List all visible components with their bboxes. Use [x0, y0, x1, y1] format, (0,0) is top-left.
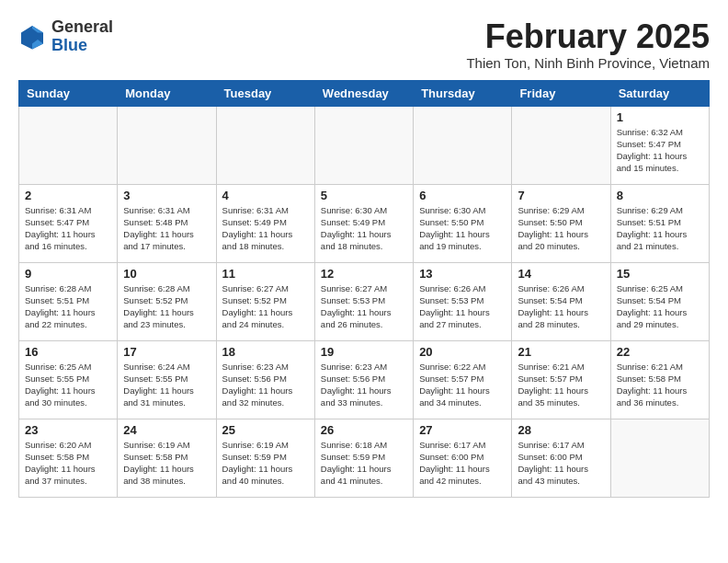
day-info: Sunrise: 6:30 AM Sunset: 5:50 PM Dayligh… — [419, 204, 506, 253]
day-number: 9 — [25, 267, 111, 281]
calendar-day-cell — [216, 106, 314, 184]
day-number: 2 — [25, 189, 111, 202]
day-info: Sunrise: 6:26 AM Sunset: 5:54 PM Dayligh… — [518, 282, 604, 331]
calendar-day-cell — [314, 106, 413, 184]
day-number: 11 — [222, 267, 309, 281]
day-number: 4 — [222, 189, 309, 202]
calendar: SundayMondayTuesdayWednesdayThursdayFrid… — [18, 80, 710, 498]
calendar-day-cell: 8Sunrise: 6:29 AM Sunset: 5:51 PM Daylig… — [610, 184, 709, 262]
calendar-day-cell: 14Sunrise: 6:26 AM Sunset: 5:54 PM Dayli… — [512, 262, 610, 340]
day-info: Sunrise: 6:31 AM Sunset: 5:47 PM Dayligh… — [25, 204, 111, 253]
day-number: 3 — [123, 189, 210, 202]
day-info: Sunrise: 6:23 AM Sunset: 5:56 PM Dayligh… — [321, 361, 407, 409]
calendar-day-cell — [19, 106, 118, 184]
calendar-header-row: SundayMondayTuesdayWednesdayThursdayFrid… — [19, 80, 710, 106]
day-number: 15 — [617, 267, 703, 281]
weekday-header: Monday — [118, 80, 216, 106]
day-info: Sunrise: 6:27 AM Sunset: 5:53 PM Dayligh… — [321, 282, 407, 331]
calendar-week-row: 9Sunrise: 6:28 AM Sunset: 5:51 PM Daylig… — [19, 262, 710, 340]
day-number: 23 — [25, 423, 111, 437]
calendar-day-cell: 28Sunrise: 6:17 AM Sunset: 6:00 PM Dayli… — [512, 419, 610, 497]
day-info: Sunrise: 6:19 AM Sunset: 5:58 PM Dayligh… — [123, 439, 210, 488]
calendar-day-cell — [512, 106, 610, 184]
calendar-week-row: 16Sunrise: 6:25 AM Sunset: 5:55 PM Dayli… — [19, 340, 710, 419]
calendar-day-cell: 24Sunrise: 6:19 AM Sunset: 5:58 PM Dayli… — [118, 419, 216, 497]
logo-text: General Blue — [51, 18, 113, 55]
day-info: Sunrise: 6:29 AM Sunset: 5:50 PM Dayligh… — [518, 204, 604, 253]
calendar-week-row: 2Sunrise: 6:31 AM Sunset: 5:47 PM Daylig… — [19, 184, 710, 262]
day-info: Sunrise: 6:28 AM Sunset: 5:52 PM Dayligh… — [123, 282, 210, 331]
calendar-day-cell — [414, 106, 512, 184]
calendar-day-cell: 20Sunrise: 6:22 AM Sunset: 5:57 PM Dayli… — [414, 340, 512, 419]
calendar-day-cell: 2Sunrise: 6:31 AM Sunset: 5:47 PM Daylig… — [19, 184, 118, 262]
day-number: 27 — [419, 423, 506, 437]
day-info: Sunrise: 6:30 AM Sunset: 5:49 PM Dayligh… — [321, 204, 407, 253]
day-info: Sunrise: 6:20 AM Sunset: 5:58 PM Dayligh… — [25, 439, 111, 488]
title-area: February 2025 Thien Ton, Ninh Binh Provi… — [466, 18, 710, 71]
calendar-week-row: 23Sunrise: 6:20 AM Sunset: 5:58 PM Dayli… — [19, 419, 710, 497]
day-number: 19 — [321, 345, 407, 359]
day-number: 6 — [419, 189, 506, 202]
weekday-header: Saturday — [610, 80, 709, 106]
day-info: Sunrise: 6:21 AM Sunset: 5:58 PM Dayligh… — [617, 361, 703, 409]
calendar-day-cell: 23Sunrise: 6:20 AM Sunset: 5:58 PM Dayli… — [19, 419, 118, 497]
day-info: Sunrise: 6:17 AM Sunset: 6:00 PM Dayligh… — [518, 439, 604, 488]
weekday-header: Tuesday — [216, 80, 314, 106]
day-number: 22 — [617, 345, 703, 359]
day-info: Sunrise: 6:31 AM Sunset: 5:49 PM Dayligh… — [222, 204, 309, 253]
day-number: 24 — [123, 423, 210, 437]
day-number: 17 — [123, 345, 210, 359]
calendar-day-cell: 18Sunrise: 6:23 AM Sunset: 5:56 PM Dayli… — [216, 340, 314, 419]
calendar-day-cell: 16Sunrise: 6:25 AM Sunset: 5:55 PM Dayli… — [19, 340, 118, 419]
day-info: Sunrise: 6:31 AM Sunset: 5:48 PM Dayligh… — [123, 204, 210, 253]
calendar-day-cell: 21Sunrise: 6:21 AM Sunset: 5:57 PM Dayli… — [512, 340, 610, 419]
day-info: Sunrise: 6:22 AM Sunset: 5:57 PM Dayligh… — [419, 361, 506, 409]
day-info: Sunrise: 6:25 AM Sunset: 5:55 PM Dayligh… — [25, 361, 111, 409]
calendar-day-cell: 11Sunrise: 6:27 AM Sunset: 5:52 PM Dayli… — [216, 262, 314, 340]
calendar-week-row: 1Sunrise: 6:32 AM Sunset: 5:47 PM Daylig… — [19, 106, 710, 184]
logo-icon — [18, 23, 46, 51]
day-number: 16 — [25, 345, 111, 359]
day-info: Sunrise: 6:24 AM Sunset: 5:55 PM Dayligh… — [123, 361, 210, 409]
calendar-day-cell: 6Sunrise: 6:30 AM Sunset: 5:50 PM Daylig… — [414, 184, 512, 262]
day-number: 5 — [321, 189, 407, 202]
calendar-day-cell: 22Sunrise: 6:21 AM Sunset: 5:58 PM Dayli… — [610, 340, 709, 419]
day-info: Sunrise: 6:23 AM Sunset: 5:56 PM Dayligh… — [222, 361, 309, 409]
weekday-header: Thursday — [414, 80, 512, 106]
calendar-day-cell: 26Sunrise: 6:18 AM Sunset: 5:59 PM Dayli… — [314, 419, 413, 497]
calendar-day-cell: 17Sunrise: 6:24 AM Sunset: 5:55 PM Dayli… — [118, 340, 216, 419]
day-number: 25 — [222, 423, 309, 437]
calendar-day-cell: 13Sunrise: 6:26 AM Sunset: 5:53 PM Dayli… — [414, 262, 512, 340]
day-info: Sunrise: 6:28 AM Sunset: 5:51 PM Dayligh… — [25, 282, 111, 331]
day-info: Sunrise: 6:29 AM Sunset: 5:51 PM Dayligh… — [617, 204, 703, 253]
day-info: Sunrise: 6:19 AM Sunset: 5:59 PM Dayligh… — [222, 439, 309, 488]
day-info: Sunrise: 6:27 AM Sunset: 5:52 PM Dayligh… — [222, 282, 309, 331]
calendar-day-cell: 19Sunrise: 6:23 AM Sunset: 5:56 PM Dayli… — [314, 340, 413, 419]
day-number: 28 — [518, 423, 604, 437]
day-number: 14 — [518, 267, 604, 281]
day-info: Sunrise: 6:26 AM Sunset: 5:53 PM Dayligh… — [419, 282, 506, 331]
weekday-header: Friday — [512, 80, 610, 106]
day-info: Sunrise: 6:17 AM Sunset: 6:00 PM Dayligh… — [419, 439, 506, 488]
day-info: Sunrise: 6:21 AM Sunset: 5:57 PM Dayligh… — [518, 361, 604, 409]
calendar-day-cell: 4Sunrise: 6:31 AM Sunset: 5:49 PM Daylig… — [216, 184, 314, 262]
calendar-day-cell: 5Sunrise: 6:30 AM Sunset: 5:49 PM Daylig… — [314, 184, 413, 262]
day-number: 12 — [321, 267, 407, 281]
day-info: Sunrise: 6:32 AM Sunset: 5:47 PM Dayligh… — [617, 126, 703, 175]
weekday-header: Sunday — [19, 80, 118, 106]
day-number: 7 — [518, 189, 604, 202]
calendar-day-cell: 1Sunrise: 6:32 AM Sunset: 5:47 PM Daylig… — [610, 106, 709, 184]
calendar-body: 1Sunrise: 6:32 AM Sunset: 5:47 PM Daylig… — [19, 106, 710, 497]
calendar-day-cell: 9Sunrise: 6:28 AM Sunset: 5:51 PM Daylig… — [19, 262, 118, 340]
calendar-day-cell: 25Sunrise: 6:19 AM Sunset: 5:59 PM Dayli… — [216, 419, 314, 497]
calendar-day-cell: 27Sunrise: 6:17 AM Sunset: 6:00 PM Dayli… — [414, 419, 512, 497]
page-header: General Blue February 2025 Thien Ton, Ni… — [18, 18, 710, 71]
day-number: 13 — [419, 267, 506, 281]
day-number: 21 — [518, 345, 604, 359]
day-number: 20 — [419, 345, 506, 359]
location: Thien Ton, Ninh Binh Province, Vietnam — [466, 55, 710, 71]
calendar-day-cell: 7Sunrise: 6:29 AM Sunset: 5:50 PM Daylig… — [512, 184, 610, 262]
calendar-day-cell: 3Sunrise: 6:31 AM Sunset: 5:48 PM Daylig… — [118, 184, 216, 262]
calendar-day-cell: 12Sunrise: 6:27 AM Sunset: 5:53 PM Dayli… — [314, 262, 413, 340]
day-number: 1 — [617, 110, 703, 124]
